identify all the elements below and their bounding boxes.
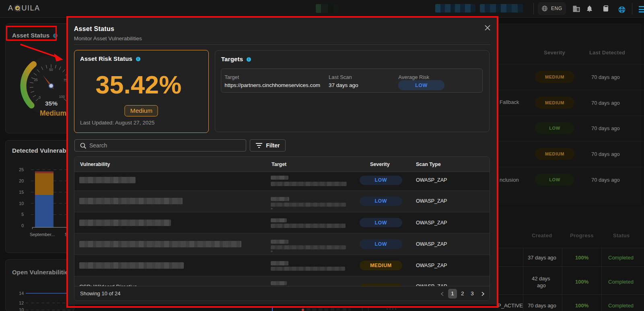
svg-text:12: 12 [19,301,24,305]
svg-text:25: 25 [34,78,38,82]
svg-text:0: 0 [39,95,41,100]
svg-text:14: 14 [19,291,24,296]
svg-text:September...: September... [30,232,55,237]
svg-text:25: 25 [19,167,24,172]
svg-text:50: 50 [49,68,53,72]
svg-text:35%: 35% [45,100,58,107]
svg-text:10: 10 [19,201,24,206]
svg-text:5: 5 [21,212,24,217]
svg-text:0: 0 [21,223,24,228]
svg-text:15: 15 [19,190,24,195]
svg-text:10: 10 [19,307,24,311]
svg-text:20: 20 [19,178,24,183]
svg-text:100: 100 [59,95,65,99]
